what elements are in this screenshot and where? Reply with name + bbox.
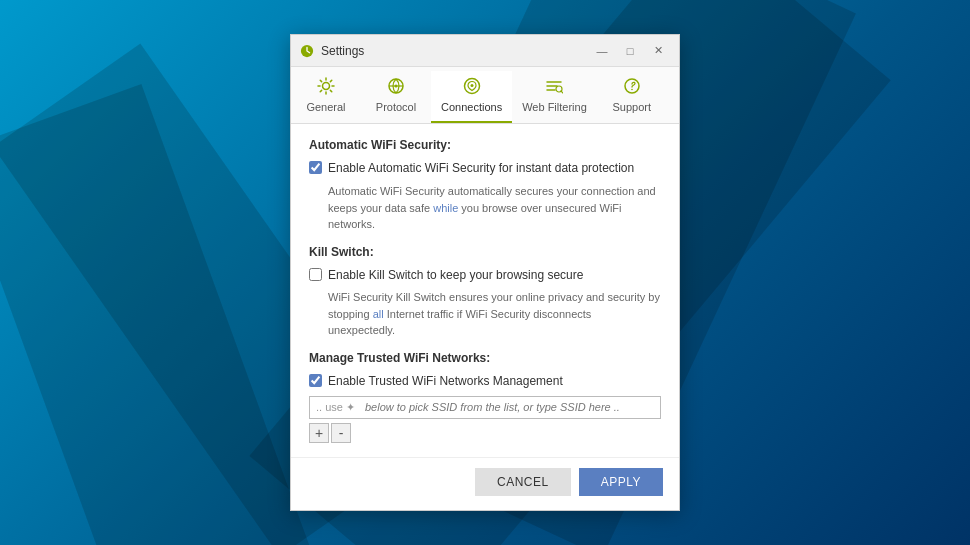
tab-support[interactable]: Support [597,71,667,123]
kill-switch-description: WiFi Security Kill Switch ensures your o… [328,289,661,339]
ssid-prefix-label: .. use ✦ [310,397,361,418]
tab-connections-label: Connections [441,101,502,113]
ssid-area: .. use ✦ + - [309,396,661,443]
window-controls: — □ ✕ [589,41,671,61]
wifi-security-checkbox[interactable] [309,161,322,174]
web-filtering-icon [545,77,563,98]
kill-switch-label: Enable Kill Switch to keep your browsing… [328,267,583,284]
svg-point-5 [470,84,473,87]
close-button[interactable]: ✕ [645,41,671,61]
general-icon [317,77,335,98]
trusted-networks-checkbox[interactable] [309,374,322,387]
wifi-security-description: Automatic WiFi Security automatically se… [328,183,661,233]
protocol-icon [387,77,405,98]
tab-support-label: Support [613,101,652,113]
cancel-button[interactable]: CANCEL [475,468,571,496]
kill-switch-section-title: Kill Switch: [309,245,661,259]
tab-bar: General Protocol [291,67,679,124]
footer: CANCEL APPLY [291,457,679,510]
tab-general-label: General [306,101,345,113]
kill-switch-checkbox[interactable] [309,268,322,281]
tab-connections[interactable]: Connections [431,71,512,123]
maximize-button[interactable]: □ [617,41,643,61]
tab-web-filtering[interactable]: Web Filtering [512,71,597,123]
tab-general[interactable]: General [291,71,361,123]
svg-point-1 [323,83,330,90]
ssid-buttons: + - [309,423,661,443]
apply-button[interactable]: APPLY [579,468,663,496]
svg-point-8 [631,89,633,91]
wifi-security-link: while [433,202,458,214]
content-area: Automatic WiFi Security: Enable Automati… [291,124,679,456]
connections-icon [463,77,481,98]
settings-window: Settings — □ ✕ General [290,34,680,510]
window-title: Settings [321,44,589,58]
support-icon [623,77,641,98]
wifi-security-section-title: Automatic WiFi Security: [309,138,661,152]
ssid-add-button[interactable]: + [309,423,329,443]
kill-switch-checkbox-row: Enable Kill Switch to keep your browsing… [309,267,661,284]
wifi-security-checkbox-row: Enable Automatic WiFi Security for insta… [309,160,661,177]
ssid-remove-button[interactable]: - [331,423,351,443]
tab-protocol-label: Protocol [376,101,416,113]
tab-web-filtering-label: Web Filtering [522,101,587,113]
trusted-networks-checkbox-row: Enable Trusted WiFi Networks Management [309,373,661,390]
app-icon [299,43,315,59]
trusted-networks-label: Enable Trusted WiFi Networks Management [328,373,563,390]
ssid-input[interactable] [361,397,660,417]
titlebar: Settings — □ ✕ [291,35,679,67]
kill-switch-link: all [373,308,384,320]
wifi-security-label: Enable Automatic WiFi Security for insta… [328,160,634,177]
trusted-networks-section-title: Manage Trusted WiFi Networks: [309,351,661,365]
tab-protocol[interactable]: Protocol [361,71,431,123]
ssid-input-row: .. use ✦ [309,396,661,419]
minimize-button[interactable]: — [589,41,615,61]
